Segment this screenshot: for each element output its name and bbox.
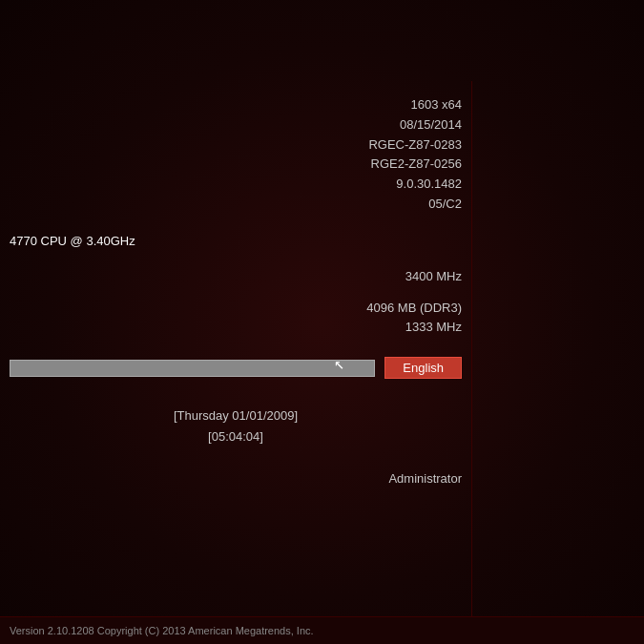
speed-block: 3400 MHz [0,267,471,287]
memory-block: 4096 MB (DDR3) 1333 MHz [0,299,471,339]
bottom-bar: Version 2.10.1208 Copyright (C) 2013 Ame… [0,616,644,644]
cpu-speed: 3400 MHz [0,267,462,287]
bios-id2: RGE2-Z87-0256 [0,155,462,175]
spacer1 [0,215,471,226]
datetime-block: [Thursday 01/01/2009] [05:04:04] [0,398,471,455]
bios-info-block: 1603 x64 08/15/2014 RGEC-Z87-0283 RGE2-Z… [0,95,471,215]
spacer2 [0,256,471,267]
cpu-label: 4770 CPU @ 3.40GHz [0,234,135,248]
bios-date: 08/15/2014 [0,115,462,135]
bios-screen: UEFI BIOS Utility - Advanced Mode ⚙ Extr… [0,0,644,644]
administrator-label: Administrator [388,471,462,486]
spacer3 [0,287,471,299]
memory-speed: 1333 MHz [0,318,462,338]
language-button[interactable]: English [384,357,462,379]
date-display: [Thursday 01/01/2009] [0,405,471,426]
ec-version: 9.0.30.1482 [0,175,462,195]
admin-row: Administrator [0,467,471,488]
language-progress-bar [10,360,375,377]
progress-area: English [0,349,471,386]
time-display: [05:04:04] [0,426,471,447]
version-text: Version 2.10.1208 Copyright (C) 2013 Ame… [10,625,314,636]
bios-id1: RGEC-Z87-0283 [0,135,462,156]
spacer5 [0,386,471,398]
bios-version: 1603 x64 [0,95,462,115]
cpu-row: 4770 CPU @ 3.40GHz [0,226,471,256]
left-panel: 1603 x64 08/15/2014 RGEC-Z87-0283 RGE2-Z… [0,81,472,634]
spacer4 [0,338,471,349]
memory-size: 4096 MB (DDR3) [0,299,462,319]
spacer6 [0,455,471,467]
unknown-code: 05/C2 [0,195,462,215]
